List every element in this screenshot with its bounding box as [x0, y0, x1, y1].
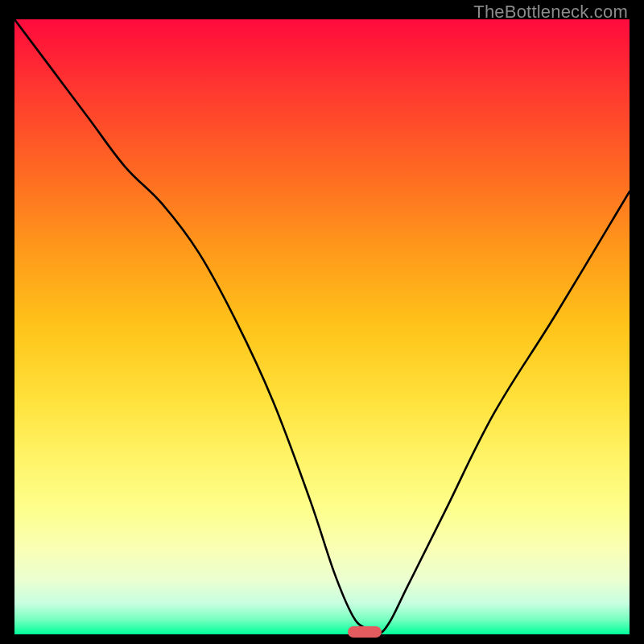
plot-area: [14, 19, 630, 634]
optimal-marker: [348, 626, 382, 638]
bottleneck-curve: [14, 19, 630, 634]
chart-frame: TheBottleneck.com: [0, 0, 644, 644]
curve-svg: [14, 19, 630, 634]
